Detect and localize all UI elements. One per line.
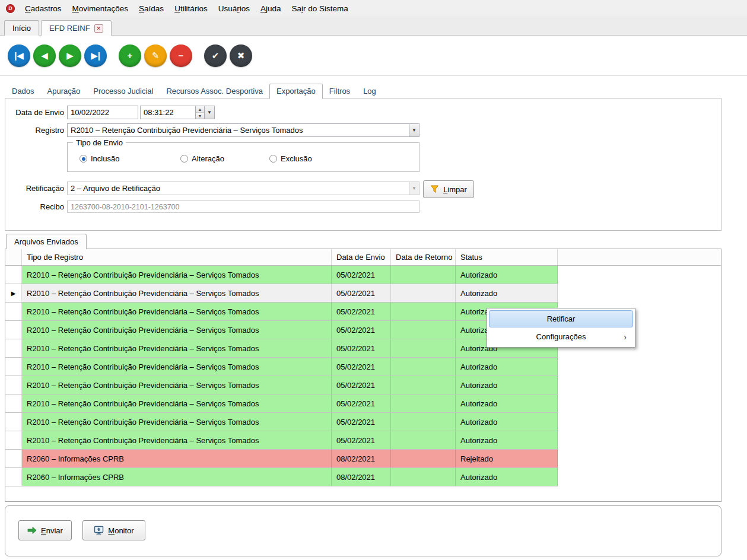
menu-bar: D Cadastros Movimentações Saídas Utilitá… bbox=[0, 0, 747, 17]
nav-first-button[interactable]: |◀ bbox=[8, 44, 30, 67]
radio-dot bbox=[82, 157, 85, 161]
radio-label: Exclusão bbox=[281, 154, 312, 163]
delete-button[interactable]: − bbox=[170, 44, 192, 67]
table-row[interactable]: R2060 – Informações CPRB08/02/2021Autori… bbox=[5, 468, 558, 486]
tab-arquivos-enviados[interactable]: Arquivos Enviados bbox=[6, 234, 87, 249]
table-row[interactable]: R2010 – Retenção Contribuição Previdenci… bbox=[5, 431, 558, 450]
app-logo-icon: D bbox=[6, 4, 15, 13]
column-header-status[interactable]: Status bbox=[456, 249, 558, 265]
monitor-button[interactable]: Monitor bbox=[82, 520, 145, 540]
time-spinner[interactable]: ▲ ▼ bbox=[195, 106, 204, 119]
cell-status: Autorizado bbox=[456, 431, 558, 449]
row-marker bbox=[5, 303, 22, 320]
data-envio-input[interactable]: 10/02/2022 bbox=[67, 106, 138, 119]
minus-icon: − bbox=[179, 51, 184, 60]
nav-last-button[interactable]: ▶| bbox=[84, 44, 107, 67]
table-row[interactable]: R2010 – Retenção Contribuição Previdenci… bbox=[5, 266, 558, 284]
enviar-button[interactable]: Enviar bbox=[18, 520, 72, 540]
tab-exportacao[interactable]: Exportação bbox=[269, 84, 323, 99]
limpar-button[interactable]: Limpar bbox=[423, 180, 474, 198]
label-part: aídas bbox=[144, 4, 164, 13]
table-row[interactable]: R2060 – Informações CPRB08/02/2021Rejeit… bbox=[5, 450, 558, 468]
radio-icon bbox=[180, 155, 188, 163]
column-header-data-envio[interactable]: Data de Envio bbox=[332, 249, 391, 265]
menu-movimentacoes[interactable]: Movimentações bbox=[67, 0, 134, 17]
cell-data-envio: 05/02/2021 bbox=[332, 431, 391, 449]
radio-inclusao[interactable]: Inclusão bbox=[80, 154, 119, 163]
tab-apuracao[interactable]: Apuração bbox=[41, 84, 87, 98]
nav-next-button[interactable]: ▶ bbox=[59, 44, 81, 67]
table-row[interactable]: R2010 – Retenção Contribuição Previdenci… bbox=[5, 321, 558, 339]
table-row[interactable]: R2010 – Retenção Contribuição Previdenci… bbox=[5, 376, 558, 394]
tab-filtros[interactable]: Filtros bbox=[323, 84, 357, 98]
recibo-label: Recibo bbox=[5, 202, 64, 211]
close-tab-icon[interactable]: ✕ bbox=[94, 24, 103, 33]
context-menu-item-configuracoes[interactable]: Configurações› bbox=[489, 328, 633, 345]
retificacao-label: Retificação bbox=[5, 184, 64, 193]
row-marker bbox=[5, 358, 22, 376]
label-part: r do Sistema bbox=[303, 4, 348, 13]
radio-alteracao[interactable]: Alteração bbox=[180, 154, 224, 163]
tab-dados[interactable]: Dados bbox=[5, 84, 41, 98]
cancel-button[interactable]: ✖ bbox=[230, 44, 252, 67]
nav-prior-button[interactable]: ◀ bbox=[33, 44, 56, 67]
cell-data-retorno bbox=[391, 413, 456, 431]
menu-cadastros[interactable]: Cadastros bbox=[20, 0, 67, 17]
cell-data-retorno bbox=[391, 303, 456, 320]
tab-processo-judicial[interactable]: Processo Judicial bbox=[87, 84, 160, 98]
access-key: M bbox=[72, 4, 79, 13]
table-row[interactable]: R2010 – Retenção Contribuição Previdenci… bbox=[5, 303, 558, 321]
edit-button[interactable]: ✎ bbox=[144, 44, 167, 67]
menu-item-label: Configurações bbox=[536, 332, 586, 341]
column-header-tipo-registro[interactable]: Tipo de Registro bbox=[22, 249, 332, 265]
radio-exclusao[interactable]: Exclusão bbox=[269, 154, 312, 163]
tab-efd-reinf[interactable]: EFD REINF✕ bbox=[41, 20, 112, 36]
table-row[interactable]: R2010 – Retenção Contribuição Previdenci… bbox=[5, 339, 558, 358]
label-part: ios bbox=[240, 4, 250, 13]
table-row[interactable]: R2010 – Retenção Contribuição Previdenci… bbox=[5, 413, 558, 431]
row-marker bbox=[5, 468, 22, 486]
monitor-icon bbox=[94, 526, 104, 535]
recibo-value: 1263700-08-2010-2101-1263700 bbox=[71, 203, 180, 211]
hora-envio-input[interactable]: 08:31:22 ▲ ▼ ▼ bbox=[140, 106, 215, 119]
tab-label: Arquivos Enviados bbox=[14, 237, 78, 246]
funnel-icon bbox=[430, 184, 440, 194]
menu-usuarios[interactable]: Usuários bbox=[213, 0, 255, 17]
table-row-selected[interactable]: ▶R2010 – Retenção Contribuição Previdenc… bbox=[5, 284, 558, 303]
enviar-label: Enviar bbox=[41, 526, 63, 535]
menu-sair-do-sistema[interactable]: Sair do Sistema bbox=[286, 0, 353, 17]
tipo-envio-title: Tipo de Envio bbox=[73, 138, 126, 147]
dropdown-icon[interactable]: ▼ bbox=[409, 124, 419, 136]
cell-tipo: R2010 – Retenção Contribuição Previdenci… bbox=[22, 394, 332, 412]
table-row[interactable]: R2010 – Retenção Contribuição Previdenci… bbox=[5, 358, 558, 376]
radio-icon bbox=[269, 155, 277, 163]
tab-inicio[interactable]: Início bbox=[4, 20, 39, 36]
registro-label: Registro bbox=[5, 126, 64, 135]
cell-status: Rejeitado bbox=[456, 450, 558, 467]
cell-tipo: R2060 – Informações CPRB bbox=[22, 450, 332, 467]
insert-button[interactable]: + bbox=[119, 44, 141, 67]
table-row[interactable]: R2010 – Retenção Contribuição Previdenci… bbox=[5, 394, 558, 413]
context-menu-item-retificar[interactable]: Retificar bbox=[489, 310, 633, 327]
menu-ajuda[interactable]: Ajuda bbox=[255, 0, 287, 17]
time-dropdown-icon[interactable]: ▼ bbox=[204, 106, 214, 119]
confirm-button[interactable]: ✔ bbox=[204, 44, 227, 67]
label-part: juda bbox=[266, 4, 281, 13]
cell-tipo: R2010 – Retenção Contribuição Previdenci… bbox=[22, 266, 332, 284]
row-marker bbox=[5, 431, 22, 449]
cell-data-envio: 05/02/2021 bbox=[332, 284, 391, 302]
tab-recursos-assoc-desportiva[interactable]: Recursos Assoc. Desportiva bbox=[160, 84, 269, 98]
menu-item-label: Retificar bbox=[547, 314, 576, 323]
registro-select[interactable]: R2010 – Retenção Contribuição Previdenci… bbox=[67, 123, 419, 137]
access-key: U bbox=[174, 4, 180, 13]
menu-utilitarios[interactable]: Utilitários bbox=[169, 0, 213, 17]
spin-up-icon[interactable]: ▲ bbox=[196, 106, 204, 112]
menu-saidas[interactable]: Saídas bbox=[133, 0, 169, 17]
tab-log[interactable]: Log bbox=[357, 84, 383, 98]
column-header-data-retorno[interactable]: Data de Retorno bbox=[391, 249, 456, 265]
retificacao-select[interactable]: 2 – Arquivo de Retificação ▼ bbox=[67, 182, 419, 195]
spin-down-icon[interactable]: ▼ bbox=[196, 112, 204, 119]
cell-status: Autorizado bbox=[456, 394, 558, 412]
files-grid: Tipo de Registro Data de Envio Data de R… bbox=[5, 249, 721, 502]
recibo-input[interactable]: 1263700-08-2010-2101-1263700 bbox=[67, 201, 419, 213]
